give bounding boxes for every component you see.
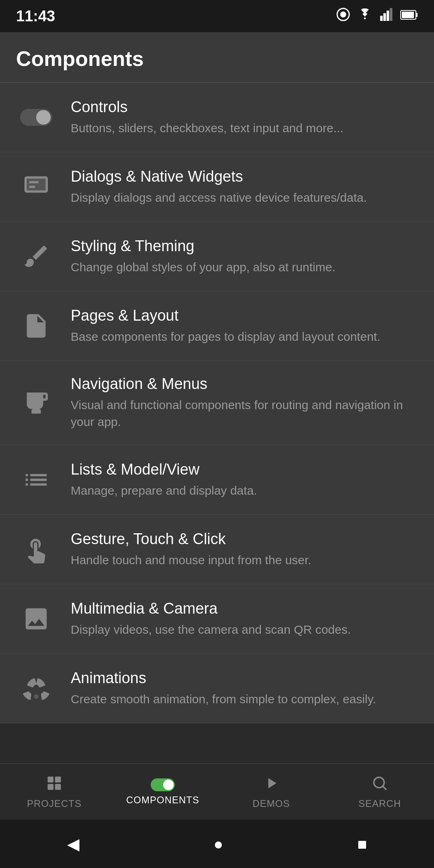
animations-subtitle: Create smooth animation, from simple to … [71, 691, 418, 708]
search-nav-label: SEARCH [358, 798, 401, 809]
list-item-styling[interactable]: Styling & Theming Change global styles o… [0, 222, 434, 291]
lists-title: Lists & Model/View [71, 461, 418, 478]
svg-rect-2 [380, 16, 383, 21]
pages-subtitle: Base components for pages to display and… [71, 328, 418, 345]
gesture-subtitle: Handle touch and mouse input from the us… [71, 552, 418, 569]
lists-subtitle: Manage, prepare and display data. [71, 482, 418, 499]
brush-icon [16, 236, 56, 276]
controls-subtitle: Buttons, sliders, checkboxes, text input… [71, 120, 418, 137]
nav-item-demos[interactable]: DEMOS [217, 764, 326, 820]
touch-icon [16, 529, 56, 569]
page-title: Components [16, 47, 418, 71]
controls-title: Controls [71, 98, 418, 116]
menu-list: Controls Buttons, sliders, checkboxes, t… [0, 83, 434, 828]
wifi-icon [357, 8, 373, 24]
svg-point-18 [374, 777, 384, 788]
status-bar: 11:43 [0, 0, 434, 32]
svg-rect-11 [29, 181, 39, 183]
svg-rect-15 [55, 777, 61, 783]
svg-rect-4 [387, 10, 389, 21]
projects-nav-icon [45, 774, 63, 795]
pocket-icon [336, 7, 350, 25]
svg-rect-16 [48, 784, 54, 790]
home-button[interactable]: ● [213, 835, 223, 853]
dialogs-subtitle: Display dialogs and access native device… [71, 189, 418, 206]
search-nav-icon [371, 774, 389, 795]
demos-nav-icon [262, 774, 280, 795]
nav-icon [16, 383, 56, 423]
svg-rect-3 [383, 13, 386, 21]
navigation-title: Navigation & Menus [71, 375, 418, 393]
animations-title: Animations [71, 669, 418, 687]
dialog-icon [16, 167, 56, 207]
styling-subtitle: Change global styles of your app, also a… [71, 259, 418, 276]
nav-item-projects[interactable]: PROJECTS [0, 764, 108, 820]
multimedia-subtitle: Display videos, use the camera and scan … [71, 621, 418, 638]
projects-nav-label: PROJECTS [27, 798, 82, 809]
list-item-animations[interactable]: Animations Create smooth animation, from… [0, 654, 434, 723]
system-nav: ◀ ● ■ [0, 820, 434, 868]
components-nav-label: COMPONENTS [126, 794, 199, 806]
back-button[interactable]: ◀ [67, 835, 80, 853]
list-item-dialogs[interactable]: Dialogs & Native Widgets Display dialogs… [0, 152, 434, 222]
list-item-multimedia[interactable]: Multimedia & Camera Display videos, use … [0, 584, 434, 654]
list-item-navigation[interactable]: Navigation & Menus Visual and functional… [0, 361, 434, 445]
list-item-pages[interactable]: Pages & Layout Base components for pages… [0, 291, 434, 361]
nav-item-components[interactable]: COMPONENTS [108, 764, 217, 820]
pages-title: Pages & Layout [71, 307, 418, 324]
svg-rect-17 [55, 784, 61, 790]
recents-button[interactable]: ■ [357, 835, 367, 853]
gesture-title: Gesture, Touch & Click [71, 530, 418, 548]
styling-title: Styling & Theming [71, 237, 418, 255]
nav-item-search[interactable]: SEARCH [326, 764, 434, 820]
svg-rect-14 [48, 777, 54, 783]
signal-icon [379, 8, 394, 24]
bottom-nav: PROJECTS COMPONENTS DEMOS SEARCH [0, 764, 434, 820]
list-item-lists[interactable]: Lists & Model/View Manage, prepare and d… [0, 445, 434, 515]
list-item-controls[interactable]: Controls Buttons, sliders, checkboxes, t… [0, 83, 434, 152]
page-icon [16, 306, 56, 346]
svg-rect-10 [27, 179, 46, 190]
svg-rect-5 [390, 8, 392, 21]
status-icons [336, 7, 418, 25]
svg-point-1 [340, 12, 346, 18]
multimedia-icon [16, 599, 56, 639]
svg-point-13 [34, 694, 39, 699]
navigation-subtitle: Visual and functional components for rou… [71, 397, 418, 430]
list-item-gesture[interactable]: Gesture, Touch & Click Handle touch and … [0, 515, 434, 584]
dialogs-title: Dialogs & Native Widgets [71, 168, 418, 185]
multimedia-title: Multimedia & Camera [71, 600, 418, 617]
animation-icon [16, 668, 56, 708]
list-icon [16, 460, 56, 500]
controls-icon [16, 97, 56, 137]
svg-rect-8 [402, 12, 414, 18]
svg-rect-12 [29, 186, 35, 188]
svg-line-19 [383, 786, 386, 790]
battery-icon [400, 9, 418, 24]
app-bar: Components [0, 32, 434, 82]
status-time: 11:43 [16, 8, 55, 25]
svg-rect-7 [416, 13, 418, 17]
demos-nav-label: DEMOS [252, 798, 290, 809]
components-nav-icon [151, 778, 175, 791]
